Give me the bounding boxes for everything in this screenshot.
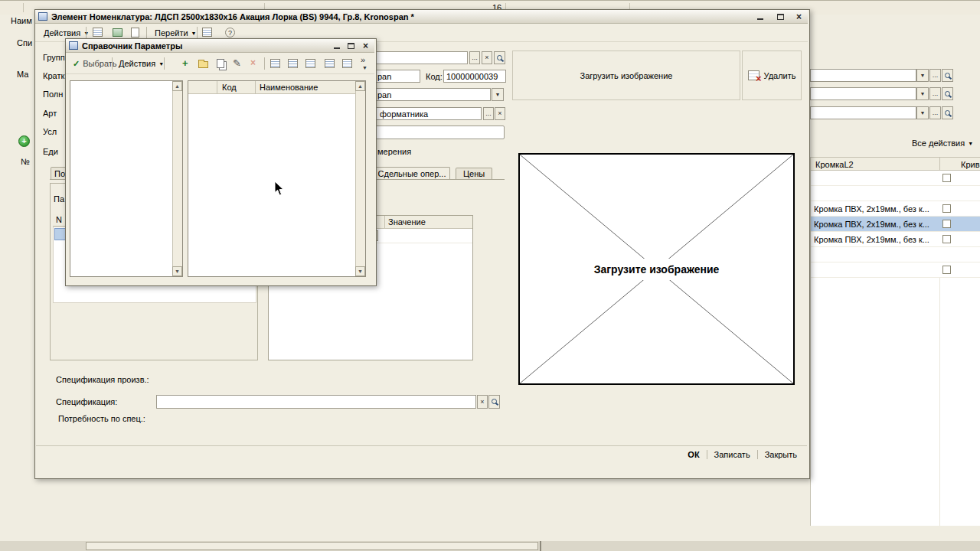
help-icon[interactable]: ? — [225, 28, 235, 37]
params-list-panel[interactable]: Код Наименование ▲ ▼ — [188, 80, 366, 277]
ellipsis-button[interactable]: ... — [929, 106, 941, 119]
save-button[interactable]: Записать — [714, 450, 750, 459]
close-glyph: × — [363, 41, 368, 51]
scroll-up-icon[interactable]: ▲ — [172, 81, 182, 91]
toolbar-overflow-icon[interactable]: » — [361, 55, 365, 64]
tab-piecework[interactable]: Сдельные опер... — [374, 167, 450, 179]
ok-button[interactable]: ОК — [688, 450, 699, 459]
col-value[interactable]: Значение — [388, 217, 426, 227]
copy-icon[interactable] — [217, 59, 224, 68]
edge-table-body[interactable]: Кромка ПВХ, 2x19мм., без к... Кромка ПВХ… — [810, 171, 980, 526]
ellipsis-button[interactable]: ... — [483, 107, 494, 120]
table-row[interactable]: Кромка ПВХ, 2x19мм., без к... — [811, 232, 980, 247]
search-icon[interactable] — [942, 69, 953, 82]
edit-pencil-icon[interactable]: ✎ — [233, 57, 241, 69]
close-footer-button[interactable]: Закрыть — [765, 450, 797, 459]
mouse-cursor — [274, 181, 285, 197]
actions-menu-button[interactable]: Действия ▼ — [115, 56, 168, 71]
structure-icon[interactable] — [202, 28, 212, 37]
parameters-titlebar[interactable]: Справочник Параметры × — [66, 39, 374, 53]
minimize-button[interactable] — [331, 41, 342, 51]
vertical-scrollbar[interactable]: ▲ ▼ — [355, 81, 365, 276]
table-row[interactable] — [811, 171, 980, 186]
view-mode-icon[interactable] — [270, 59, 280, 68]
close-button[interactable]: × — [360, 41, 371, 51]
clear-icon[interactable]: × — [482, 51, 492, 64]
clear-icon[interactable]: × — [495, 107, 505, 120]
column-divider[interactable] — [384, 216, 385, 229]
col-code[interactable]: Код — [222, 83, 237, 92]
col-edge-l2[interactable]: КромкаL2 — [815, 160, 854, 169]
load-image-button[interactable]: Загрузить изображение — [512, 51, 740, 100]
curve-checkbox[interactable] — [942, 266, 951, 274]
ellipsis-button[interactable]: ... — [469, 51, 480, 64]
tab-fragment-spi[interactable]: Спи — [17, 38, 32, 47]
image-placeholder[interactable]: Загрузите изображение — [518, 153, 795, 385]
scroll-down-icon[interactable]: ▼ — [355, 266, 365, 276]
ref-field-3[interactable] — [810, 106, 916, 119]
combo-down-icon[interactable]: ▼ — [916, 87, 929, 100]
table-row-selected[interactable]: Кромка ПВХ, 2x19мм., без к... — [811, 217, 980, 232]
combo-down-icon[interactable]: ▼ — [492, 88, 504, 101]
window-title: Справочник Параметры — [82, 41, 331, 51]
column-divider[interactable] — [255, 81, 256, 94]
plus-glyph: + — [21, 137, 26, 145]
combo-down-icon[interactable]: ▼ — [916, 106, 929, 119]
horizontal-scrollbar[interactable] — [0, 541, 980, 551]
ref-field-2[interactable] — [810, 87, 916, 100]
col-n[interactable]: N — [56, 215, 62, 224]
params-tree-panel[interactable]: ▲ ▼ — [70, 80, 183, 277]
table-row[interactable] — [811, 262, 980, 278]
minimize-button[interactable] — [754, 11, 766, 22]
export-table-icon[interactable] — [113, 28, 122, 37]
report-icon[interactable] — [93, 28, 103, 37]
search-icon[interactable] — [942, 106, 953, 119]
nomenclature-titlebar[interactable]: Элемент Номенклатура: ЛДСП 2500x1830x16 … — [35, 10, 808, 24]
table-row[interactable]: Кромка ПВХ, 2x19мм., без к... — [811, 201, 980, 217]
list-settings-icon[interactable] — [305, 59, 315, 68]
toolbar-dropdown-icon[interactable]: ▼ — [362, 65, 368, 70]
vertical-scrollbar[interactable]: ▲ ▼ — [172, 81, 182, 276]
maximize-button[interactable] — [345, 41, 357, 51]
add-group-icon[interactable] — [198, 61, 208, 68]
combo-down-icon[interactable]: ▼ — [916, 69, 929, 82]
document-icon[interactable] — [131, 28, 139, 37]
search-icon[interactable] — [488, 395, 500, 409]
ref-field-1[interactable] — [810, 69, 916, 82]
ellipsis-button[interactable]: ... — [929, 69, 941, 82]
curve-checkbox[interactable] — [942, 235, 951, 243]
label-service: Усл — [43, 127, 57, 136]
col-curve[interactable]: Крив — [961, 160, 980, 169]
output-list-icon[interactable] — [342, 59, 352, 68]
table-row[interactable] — [811, 247, 980, 262]
table-row[interactable] — [811, 186, 980, 201]
col-name[interactable]: Наименование — [260, 83, 318, 92]
column-divider[interactable] — [217, 81, 217, 94]
delete-icon[interactable]: × — [250, 58, 256, 67]
add-row-icon[interactable]: + — [18, 135, 30, 147]
filter-icon[interactable] — [325, 59, 335, 68]
delete-image-button[interactable]: Удалить — [742, 51, 802, 100]
scroll-up-icon[interactable]: ▲ — [355, 81, 365, 91]
pane-splitter[interactable] — [540, 541, 541, 551]
close-button[interactable]: × — [793, 11, 805, 22]
column-divider[interactable] — [939, 158, 940, 171]
hierarchy-icon[interactable] — [288, 59, 298, 68]
spec-field[interactable] — [156, 395, 476, 409]
curve-checkbox[interactable] — [942, 174, 951, 182]
search-icon[interactable] — [942, 87, 953, 100]
actions-label: Действия — [119, 59, 155, 68]
select-button[interactable]: ✓ Выбрать — [69, 56, 121, 71]
search-icon[interactable] — [494, 51, 505, 64]
scrollbar-thumb[interactable] — [86, 542, 538, 550]
scroll-down-icon[interactable]: ▼ — [172, 266, 182, 276]
article-value-fragment: форматника — [380, 109, 428, 119]
clear-icon[interactable]: × — [477, 395, 488, 409]
tab-prices[interactable]: Цены — [456, 168, 492, 179]
all-actions-panel-button[interactable]: Все действия ▼ — [908, 136, 977, 150]
curve-checkbox[interactable] — [942, 220, 951, 228]
add-icon[interactable]: + — [182, 58, 188, 68]
maximize-button[interactable] — [775, 11, 786, 22]
ellipsis-button[interactable]: ... — [929, 87, 941, 100]
curve-checkbox[interactable] — [942, 204, 951, 213]
